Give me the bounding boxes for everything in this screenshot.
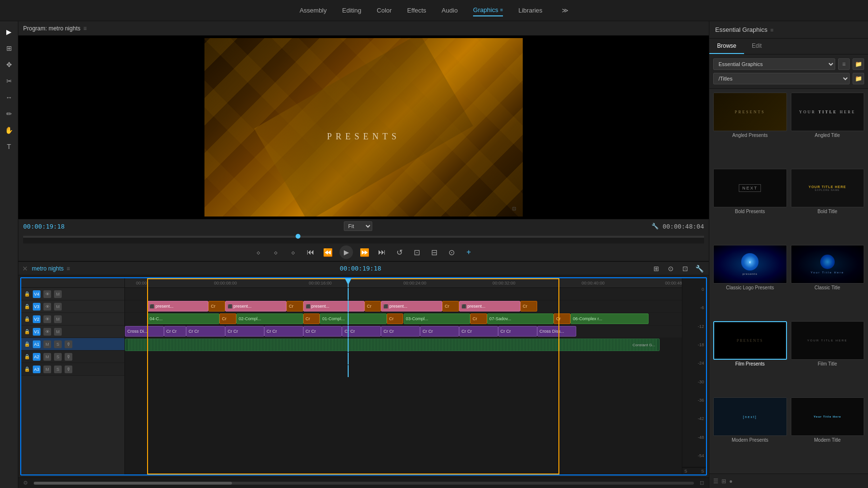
clip-v2-trans-3[interactable]: Cr xyxy=(387,313,404,324)
panel-menu-icon[interactable]: ≡ xyxy=(770,27,773,33)
track-eye-v3[interactable]: 👁 xyxy=(43,303,51,311)
graphic-item-bold-presents[interactable]: Bold Presents xyxy=(713,169,787,241)
track-eye-v1[interactable]: 👁 xyxy=(43,328,51,336)
track-sync-v2[interactable]: V2 xyxy=(33,315,41,323)
clip-v2-2[interactable]: 02-Compl... xyxy=(236,313,303,324)
close-sequence-icon[interactable]: ✕ xyxy=(22,265,28,272)
track-sync-a3[interactable]: A3 xyxy=(33,366,41,373)
clip-v2-1[interactable]: 04-C... xyxy=(147,313,219,324)
clip-v3-trans-4[interactable]: Cr xyxy=(442,301,459,312)
clip-v3-4[interactable]: ⬛present... xyxy=(381,301,442,312)
graphic-item-film-title[interactable]: YOUR TITLE HERE Film Title xyxy=(791,321,865,393)
pen-tool-button[interactable]: ✏ xyxy=(2,107,16,121)
new-folder-button[interactable]: 📁 xyxy=(853,73,864,84)
track-mute-v3[interactable]: M xyxy=(54,303,62,311)
capture-button[interactable]: ⊙ xyxy=(446,246,457,258)
track-solo-a3[interactable]: S xyxy=(54,366,62,373)
clip-v3-trans-1[interactable]: Cr xyxy=(208,301,225,312)
lock-icon-a2[interactable]: 🔒 xyxy=(24,354,30,359)
graphic-item-modern-presents[interactable]: [next] Modern Presents xyxy=(713,397,787,470)
timeline-zoom-icon[interactable]: ⊡ xyxy=(700,480,704,486)
timeline-timecode[interactable]: 00:00:19:18 xyxy=(339,265,381,272)
graphic-item-modern-title[interactable]: Your Title Here Modern Title xyxy=(791,397,865,470)
sidebar-item-assembly[interactable]: Assembly xyxy=(299,5,326,16)
track-mute-v1[interactable]: M xyxy=(54,328,62,336)
clip-v1-1[interactable]: Cross Di... xyxy=(125,326,164,337)
loop-button[interactable]: ↺ xyxy=(393,246,405,258)
track-eye-v2[interactable]: 👁 xyxy=(43,315,51,323)
monitor-menu-icon[interactable]: ≡ xyxy=(83,25,87,32)
insert-button[interactable]: ⊡ xyxy=(411,246,422,258)
graphic-item-film-presents[interactable]: Film Presents xyxy=(713,321,787,393)
track-sync-v1[interactable]: V1 xyxy=(33,328,41,336)
track-mic-a2[interactable]: 🎙 xyxy=(65,353,72,361)
timeline-settings-icon[interactable]: ⚙ xyxy=(23,480,28,486)
go-to-out-button[interactable]: ⏭ xyxy=(376,246,388,258)
clip-v2-trans-2[interactable]: Cr xyxy=(303,313,320,324)
timeline-scrollbar[interactable] xyxy=(34,482,694,485)
clip-v3-2[interactable]: ⬛present... xyxy=(225,301,286,312)
track-mute-a1[interactable]: M xyxy=(43,340,51,348)
timeline-tool-markers[interactable]: ⊡ xyxy=(680,263,691,274)
graphic-item-angled-presents[interactable]: Angled Presents xyxy=(713,93,787,165)
clip-v1-4[interactable]: Cr Cr xyxy=(225,326,264,337)
path-dropdown[interactable]: /Titles /Lower Thirds /All xyxy=(713,73,850,84)
track-eye-v4[interactable]: 👁 xyxy=(43,290,51,298)
clip-v1-9[interactable]: Cr Cr xyxy=(420,326,459,337)
track-mute-v2[interactable]: M xyxy=(54,315,62,323)
clip-v1-5[interactable]: Cr Cr xyxy=(264,326,303,337)
lock-icon-v1[interactable]: 🔒 xyxy=(24,329,30,334)
slip-tool-button[interactable]: ↔ xyxy=(2,91,16,104)
track-sync-a2[interactable]: A2 xyxy=(33,353,41,361)
track-solo-a1[interactable]: S xyxy=(54,340,62,348)
track-sync-a1[interactable]: A1 xyxy=(33,340,41,348)
clip-v3-3[interactable]: ⬛present... xyxy=(303,301,365,312)
lock-icon-v3[interactable]: 🔒 xyxy=(24,304,30,309)
clip-v1-3[interactable]: Cr Cr xyxy=(186,326,225,337)
sequence-menu-icon[interactable]: ≡ xyxy=(67,265,70,272)
nav-more-button[interactable]: ≫ xyxy=(562,7,569,14)
current-timecode[interactable]: 00:00:19:18 xyxy=(23,223,65,230)
select-tool-button[interactable]: ▶ xyxy=(2,25,16,39)
timeline-tool-settings[interactable]: 🔧 xyxy=(694,263,705,274)
clip-v1-10[interactable]: Cr Cr xyxy=(459,326,498,337)
clip-v2-6[interactable]: 06-Complex r... xyxy=(570,313,649,324)
hand-tool-button[interactable]: ✋ xyxy=(2,123,16,137)
source-dropdown[interactable]: Essential Graphics xyxy=(713,58,835,70)
overwrite-button[interactable]: ⊟ xyxy=(428,246,440,258)
clip-v1-6[interactable]: Cr Cr xyxy=(303,326,342,337)
clip-v3-trans-5[interactable]: Cr xyxy=(520,301,537,312)
manage-libraries-button[interactable]: ≡ xyxy=(838,58,850,70)
sidebar-item-graphics[interactable]: Graphics ≡ xyxy=(473,4,503,16)
lock-icon-a3[interactable]: 🔒 xyxy=(24,366,30,372)
sidebar-item-audio[interactable]: Audio xyxy=(442,5,458,16)
graphics-menu-icon[interactable]: ≡ xyxy=(500,7,503,13)
graphic-item-classic-title[interactable]: Your Title Here Classic Title xyxy=(791,245,865,317)
clip-v2-4[interactable]: 03-Compl... xyxy=(404,313,471,324)
razor-tool-button[interactable]: ✂ xyxy=(2,74,16,88)
monitor-scrubber[interactable] xyxy=(23,236,704,244)
clip-v2-3[interactable]: 01-Compl... xyxy=(320,313,387,324)
track-mic-a1[interactable]: 🎙 xyxy=(65,340,72,348)
fit-select[interactable]: Fit 25% 50% 100% xyxy=(344,221,372,231)
clip-v3-5[interactable]: ⬛present... xyxy=(459,301,520,312)
sidebar-item-color[interactable]: Color xyxy=(377,5,392,16)
clip-v3-trans-3[interactable]: Cr xyxy=(365,301,381,312)
add-marker-button[interactable]: ⬦ xyxy=(287,246,299,258)
graphic-item-bold-title[interactable]: YOUR TITLE HERE EXPLORE NAME Bold Title xyxy=(791,169,865,241)
track-sync-v3[interactable]: V3 xyxy=(33,303,41,311)
go-to-in-button[interactable]: ⏮ xyxy=(305,246,316,258)
clip-v2-trans-4[interactable]: Cr xyxy=(470,313,487,324)
timeline-tool-link[interactable]: ⊙ xyxy=(665,263,676,274)
step-back-button[interactable]: ⏪ xyxy=(322,246,334,258)
browse-folder-button[interactable]: 📁 xyxy=(853,58,864,70)
wrench-icon[interactable]: 🔧 xyxy=(651,223,659,230)
track-mic-a3[interactable]: 🎙 xyxy=(65,366,72,373)
mark-in-button[interactable]: ⬦ xyxy=(253,246,264,258)
graphic-item-angled-title[interactable]: YOUR TITLE HERE Angled Title xyxy=(791,93,865,165)
clip-v1-12[interactable]: Cross Diss... xyxy=(537,326,576,337)
tab-edit[interactable]: Edit xyxy=(744,39,770,54)
sidebar-item-editing[interactable]: Editing xyxy=(342,5,362,16)
graphic-item-classic-logo-presents[interactable]: g presents Classic Logo Presents xyxy=(713,245,787,317)
track-mute-a3[interactable]: M xyxy=(43,366,51,373)
